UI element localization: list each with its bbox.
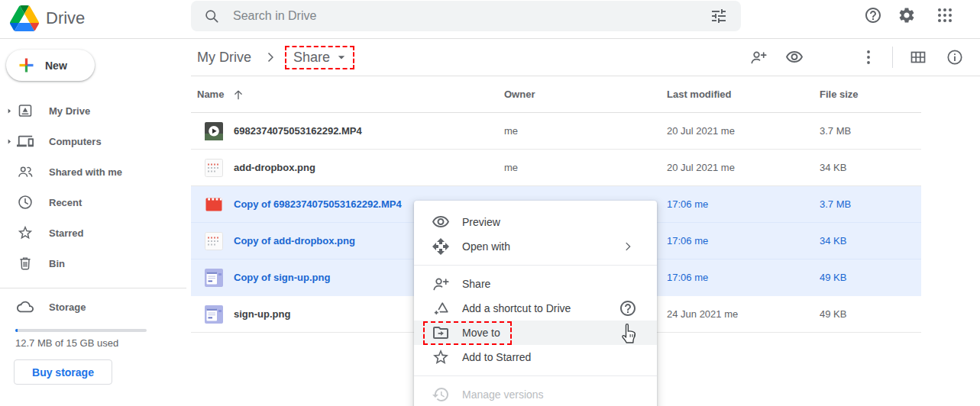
table-row[interactable]: 6982374075053162292.MP4me20 Jul 2021 me3… [191,113,921,150]
menu-item-preview[interactable]: Preview [414,210,657,234]
sidebar-item-label: Recent [49,197,82,208]
shared-icon [17,163,34,180]
file-name: Copy of sign-up.png [234,259,330,295]
menu-item-add-a-shortcut-to-drive[interactable]: Add a shortcut to Drive [414,296,657,321]
file-last-modified: 17:06 me [667,259,708,295]
menu-item-label: Manage versions [462,388,544,401]
menu-item-open-with[interactable]: Open with [414,234,657,259]
menu-item-label: Add to Starred [462,351,531,363]
menu-item-share[interactable]: Share [414,272,657,296]
file-last-modified: 17:06 me [667,186,708,222]
star-icon [432,348,450,366]
menu-item-add-to-starred[interactable]: Add to Starred [414,345,657,369]
menu-item-label: Share [462,278,490,290]
table-row[interactable]: add-dropbox.pngme20 Jul 2021 me34 KB [191,150,921,186]
image-thumbnail-dropbox [205,159,223,177]
search-input[interactable]: Search in Drive [233,9,316,23]
buy-storage-button[interactable]: Buy storage [14,359,112,385]
sidebar-item-computers[interactable]: Computers [0,126,186,156]
image-thumbnail-signup [205,269,223,287]
sidebar-item-storage[interactable]: Storage [0,292,186,322]
more-actions-icon[interactable] [859,48,878,66]
submenu-chevron-icon [621,240,635,253]
storage-label: Storage [49,301,86,313]
settings-icon[interactable] [898,6,916,24]
sidebar-item-starred[interactable]: Starred [0,218,186,248]
add-shortcut-icon [432,299,450,317]
menu-item-label: Open with [462,240,510,253]
file-name: Copy of 6982374075053162292.MP4 [234,186,402,222]
open-with-icon [432,237,450,256]
column-header-file-size[interactable]: File size [820,76,859,113]
remove-icon[interactable] [823,48,841,66]
sidebar-divider [0,288,186,288]
menu-item-move-to[interactable]: Move to [414,321,657,345]
info-icon[interactable] [946,48,964,66]
column-header-owner[interactable]: Owner [504,76,535,113]
file-size: 3.7 MB [820,186,851,222]
star-icon [17,224,34,241]
sidebar-item-bin[interactable]: Bin [0,248,186,279]
caret-down-icon [334,50,349,65]
preview-icon[interactable] [785,48,804,66]
file-owner: me [504,150,518,185]
toolbar: My Drive Share [191,39,980,76]
expand-caret-icon[interactable] [5,107,14,115]
sidebar-item-recent[interactable]: Recent [0,187,186,218]
search-options-icon[interactable] [710,7,728,25]
share-file-icon[interactable] [749,48,768,66]
table-header: Name Owner Last modified File size [191,76,980,113]
sidebar-item-my-drive[interactable]: My Drive [0,95,186,126]
file-name: sign-up.png [234,296,290,332]
topbar: Drive Search in Drive [0,0,980,39]
toolbar-divider [892,47,893,68]
search-bar[interactable]: Search in Drive [191,1,741,31]
menu-divider [414,265,657,266]
computers-icon [17,133,34,150]
sidebar-item-label: Shared with me [49,166,122,178]
recent-icon [17,194,34,211]
drive-logo[interactable]: Drive [10,5,85,31]
cloud-icon [17,298,34,315]
file-name: 6982374075053162292.MP4 [234,113,362,149]
app-name: Drive [46,8,85,28]
expand-caret-icon[interactable] [5,137,14,146]
eye-icon [432,213,450,231]
apps-grid-icon[interactable] [936,6,954,24]
column-header-name[interactable]: Name [197,76,224,113]
video-thumbnail [205,122,223,140]
menu-divider [414,375,657,376]
image-thumbnail-signup [205,305,223,324]
file-last-modified: 20 Jul 2021 me [667,113,735,149]
search-icon[interactable] [204,8,220,24]
menu-item-label: Preview [462,216,500,228]
file-size: 49 KB [820,259,846,295]
storage-usage-text: 12.7 MB of 15 GB used [15,337,118,349]
sort-ascending-icon[interactable] [231,88,245,102]
help-icon[interactable] [864,6,882,24]
file-size: 34 KB [820,223,846,259]
file-name: Copy of add-dropbox.png [234,223,355,259]
help-circle-icon[interactable] [619,299,637,317]
image-thumbnail-dropbox [205,232,223,250]
history-icon [432,385,450,404]
new-button[interactable]: New [6,50,95,81]
grid-view-icon[interactable] [909,48,927,66]
file-size: 3.7 MB [820,113,851,149]
breadcrumb-current-folder[interactable]: Share [285,46,354,69]
chevron-right-icon [263,50,278,65]
column-header-last-modified[interactable]: Last modified [667,76,732,113]
my-drive-icon [17,102,34,119]
sidebar-item-label: My Drive [49,105,90,117]
menu-item-manage-versions: Manage versions [414,382,657,406]
sidebar-item-label: Bin [49,258,65,269]
plus-icon [16,55,37,76]
file-last-modified: 20 Jul 2021 me [667,150,735,185]
breadcrumb-my-drive[interactable]: My Drive [197,50,251,66]
trash-icon [17,255,34,272]
sidebar-item-shared-with-me[interactable]: Shared with me [0,156,186,187]
menu-item-label: Add a shortcut to Drive [462,302,571,314]
breadcrumb-share-label: Share [293,50,330,66]
breadcrumb: My Drive Share [197,39,354,76]
video-file-icon [205,195,223,214]
